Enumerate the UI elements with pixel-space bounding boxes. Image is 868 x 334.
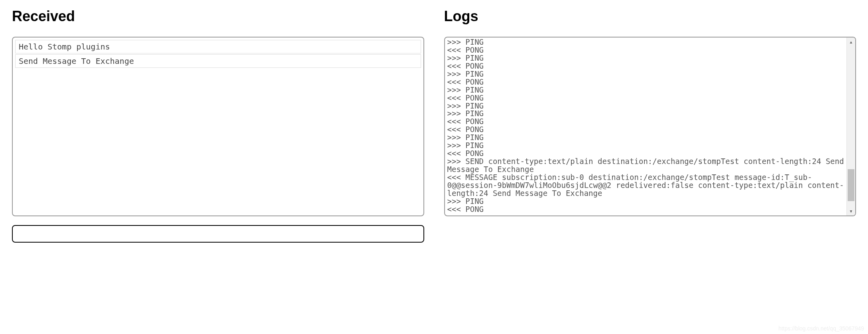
- log-line: <<< PONG: [447, 78, 844, 86]
- log-line: >>> PING: [447, 134, 844, 142]
- logs-content[interactable]: >>> PING<<< PONG>>> PING<<< PONG>>> PING…: [445, 38, 847, 215]
- log-line: <<< PONG: [447, 126, 844, 134]
- log-line: >>> PING: [447, 142, 844, 150]
- scroll-up-arrow[interactable]: ▲: [847, 38, 855, 46]
- received-item: Send Message To Exchange: [15, 54, 421, 68]
- log-line: <<< PONG: [447, 206, 844, 213]
- logs-heading: Logs: [444, 8, 856, 25]
- received-column: Received Hello Stomp pluginsSend Message…: [12, 4, 424, 243]
- log-line: <<< PONG: [447, 118, 844, 126]
- log-line: >>> PING: [447, 38, 844, 46]
- log-line: <<< PONG: [447, 94, 844, 102]
- received-panel: Hello Stomp pluginsSend Message To Excha…: [12, 37, 424, 216]
- log-line: <<< PONG: [447, 46, 844, 54]
- log-line: >>> PING: [447, 102, 844, 110]
- logs-panel: >>> PING<<< PONG>>> PING<<< PONG>>> PING…: [444, 37, 856, 216]
- log-line: >>> PING: [447, 54, 844, 62]
- scroll-down-arrow[interactable]: ▼: [847, 207, 855, 215]
- received-list: Hello Stomp pluginsSend Message To Excha…: [15, 40, 421, 68]
- log-line: <<< MESSAGE subscription:sub-0 destinati…: [447, 174, 844, 198]
- log-line: >>> PING: [447, 70, 844, 78]
- log-line: >>> PING: [447, 198, 844, 206]
- received-heading: Received: [12, 8, 424, 25]
- log-line: >>> PING: [447, 110, 844, 118]
- log-line: <<< PONG: [447, 150, 844, 158]
- log-line: >>> PING: [447, 86, 844, 94]
- message-input[interactable]: [12, 225, 424, 243]
- logs-column: Logs >>> PING<<< PONG>>> PING<<< PONG>>>…: [444, 4, 856, 243]
- log-line: <<< PONG: [447, 62, 844, 70]
- log-line: >>> SEND content-type:text/plain destina…: [447, 158, 844, 174]
- received-item: Hello Stomp plugins: [15, 40, 421, 53]
- logs-scrollbar[interactable]: ▲ ▼: [846, 38, 855, 215]
- scroll-thumb[interactable]: [848, 169, 854, 201]
